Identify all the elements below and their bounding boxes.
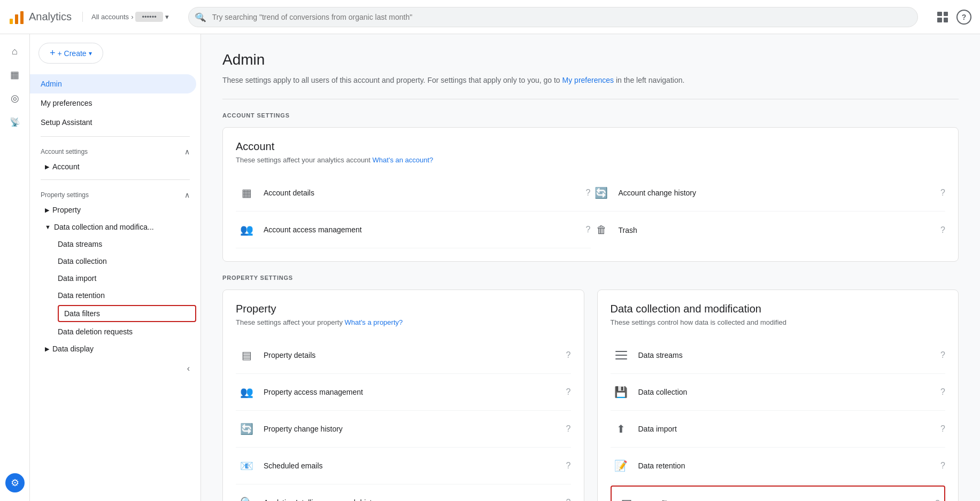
sidebar-sub-item-data-retention[interactable]: Data retention <box>30 287 196 304</box>
account-access-help-icon[interactable]: ? <box>586 225 591 234</box>
sidebar-icon-explore[interactable]: ◎ <box>4 88 26 109</box>
nav-divider-1 <box>41 136 190 137</box>
card-item-property-details[interactable]: ▤ Property details ? <box>236 337 571 374</box>
card-item-account-details[interactable]: ▦ Account details ? <box>236 175 591 212</box>
main-layout: ⌂ ▦ ◎ 📡 ⚙ + + Create ▾ Admin My preferen… <box>0 34 980 501</box>
search-input[interactable] <box>188 7 918 27</box>
create-label: + Create <box>58 49 87 58</box>
data-import-icon: ⬆ <box>611 418 632 440</box>
card-item-account-access-management[interactable]: 👥 Account access management ? <box>236 212 591 248</box>
card-item-account-change-history[interactable]: 🔄 Account change history ? <box>591 175 946 212</box>
data-display-expand-arrow: ▶ <box>45 346 49 353</box>
sidebar-item-data-display[interactable]: ▶ Data display <box>30 340 200 357</box>
account-change-history-help-icon[interactable]: ? <box>940 188 945 198</box>
topbar: Analytics All accounts › •••••• ▾ 🔍 ? <box>0 0 980 34</box>
help-icon[interactable]: ? <box>956 10 971 25</box>
svg-rect-1 <box>15 14 18 24</box>
sidebar-item-data-collection-parent[interactable]: ▼ Data collection and modifica... <box>30 218 200 236</box>
search-icon: 🔍 <box>196 12 206 22</box>
svg-rect-0 <box>10 19 13 24</box>
account-card-items: ▦ Account details ? 🔄 Account change his… <box>236 175 945 248</box>
section-divider-top <box>222 99 959 99</box>
account-change-history-icon: 🔄 <box>591 182 612 203</box>
property-change-history-help-icon[interactable]: ? <box>566 424 571 434</box>
search-bar-container: 🔍 <box>188 7 918 27</box>
card-item-data-collection[interactable]: 💾 Data collection ? <box>611 374 946 411</box>
account-settings-chevron[interactable]: ∧ <box>184 147 190 156</box>
data-collection-card-subtitle: These settings control how data is colle… <box>611 318 946 326</box>
property-details-help-icon[interactable]: ? <box>566 350 571 360</box>
data-import-help-icon[interactable]: ? <box>940 424 945 434</box>
analytics-logo-icon <box>9 9 25 25</box>
account-card-subtitle: These settings affect your analytics acc… <box>236 156 945 164</box>
account-settings-section-label: ACCOUNT SETTINGS <box>222 112 959 119</box>
account-expand-arrow: ▶ <box>45 163 49 170</box>
property-card-title: Property <box>236 303 571 315</box>
my-preferences-link[interactable]: My preferences <box>562 76 614 84</box>
card-item-property-change-history[interactable]: 🔄 Property change history ? <box>236 411 571 448</box>
property-access-help-icon[interactable]: ? <box>566 387 571 397</box>
data-retention-icon: 📝 <box>611 455 632 476</box>
data-retention-help-icon[interactable]: ? <box>940 461 945 471</box>
card-item-analytics-intelligence[interactable]: 🔍 Analytics Intelligence search history … <box>236 484 571 501</box>
create-chevron-icon: ▾ <box>89 50 92 57</box>
scheduled-emails-help-icon[interactable]: ? <box>566 461 571 471</box>
sidebar-sub-item-data-import[interactable]: Data import <box>30 270 196 287</box>
data-collection-help-icon[interactable]: ? <box>940 387 945 397</box>
account-cards-row: Account These settings affect your analy… <box>222 127 959 262</box>
card-item-trash[interactable]: 🗑 Trash ? <box>591 212 946 248</box>
data-collection-card-items: Data streams ? 💾 Data collection ? ⬆ Dat… <box>611 337 946 501</box>
account-settings-label: Account settings <box>41 148 88 155</box>
sidebar-item-admin[interactable]: Admin <box>30 74 196 93</box>
property-expand-arrow: ▶ <box>45 207 49 214</box>
logo-area: Analytics <box>9 9 72 25</box>
sidebar-sub-item-data-collection[interactable]: Data collection <box>30 253 196 270</box>
account-details-help-icon[interactable]: ? <box>586 188 591 198</box>
sidebar-sub-item-data-filters[interactable]: Data filters <box>58 305 196 322</box>
property-settings-section-header: Property settings ∧ <box>30 184 200 201</box>
sidebar-icon-home[interactable]: ⌂ <box>4 41 26 62</box>
sidebar-item-setup-assistant[interactable]: Setup Assistant <box>30 113 196 132</box>
apps-grid-icon[interactable] <box>937 12 948 22</box>
sidebar-icon-advertising[interactable]: 📡 <box>4 111 26 132</box>
data-streams-help-icon[interactable]: ? <box>940 350 945 360</box>
account-access-icon: 👥 <box>236 219 257 240</box>
data-collection-parent-label: Data collection and modifica... <box>54 223 154 231</box>
trash-help-icon[interactable]: ? <box>940 225 945 235</box>
topbar-right: ? <box>937 10 971 25</box>
account-settings-section-header: Account settings ∧ <box>30 141 200 158</box>
sidebar-item-account[interactable]: ▶ Account <box>30 158 200 175</box>
property-card-items: ▤ Property details ? 👥 Property access m… <box>236 337 571 501</box>
card-item-data-streams[interactable]: Data streams ? <box>611 337 946 374</box>
account-label: Account <box>52 162 80 171</box>
account-card-title: Account <box>236 140 945 153</box>
data-filters-icon <box>616 493 637 501</box>
account-dropdown-chevron[interactable]: ▾ <box>165 13 169 21</box>
data-filters-help-icon[interactable]: ? <box>935 499 940 501</box>
analytics-intelligence-help-icon[interactable]: ? <box>566 498 571 501</box>
page-title: Admin <box>222 51 959 68</box>
content-area: Admin These settings apply to all users … <box>201 34 980 501</box>
collapse-sidebar-button[interactable]: ‹ <box>187 364 190 373</box>
sidebar-item-property[interactable]: ▶ Property <box>30 201 200 218</box>
whats-an-account-link[interactable]: What's an account? <box>373 156 434 164</box>
card-item-property-access-management[interactable]: 👥 Property access management ? <box>236 374 571 411</box>
whats-a-property-link[interactable]: What's a property? <box>345 318 403 326</box>
svg-rect-4 <box>615 355 627 356</box>
card-item-scheduled-emails[interactable]: 📧 Scheduled emails ? <box>236 448 571 484</box>
sidebar-icon-reports[interactable]: ▦ <box>4 64 26 85</box>
data-collection-card-title: Data collection and modification <box>611 303 946 315</box>
property-settings-chevron[interactable]: ∧ <box>184 191 190 199</box>
sidebar-sub-item-data-deletion-requests[interactable]: Data deletion requests <box>30 323 196 340</box>
property-change-history-icon: 🔄 <box>236 418 257 440</box>
sidebar-sub-item-data-streams[interactable]: Data streams <box>30 236 196 253</box>
create-button[interactable]: + + Create ▾ <box>38 43 103 64</box>
account-selector[interactable]: All accounts › •••••• ▾ <box>82 12 169 22</box>
sidebar-item-my-preferences[interactable]: My preferences <box>30 93 196 113</box>
account-name[interactable]: •••••• <box>135 12 163 22</box>
card-item-data-filters[interactable]: Data filters ? <box>611 486 946 501</box>
card-item-data-retention[interactable]: 📝 Data retention ? <box>611 448 946 484</box>
card-item-data-import[interactable]: ⬆ Data import ? <box>611 411 946 448</box>
settings-gear-icon[interactable]: ⚙ <box>5 473 25 492</box>
property-label: Property <box>52 206 81 214</box>
